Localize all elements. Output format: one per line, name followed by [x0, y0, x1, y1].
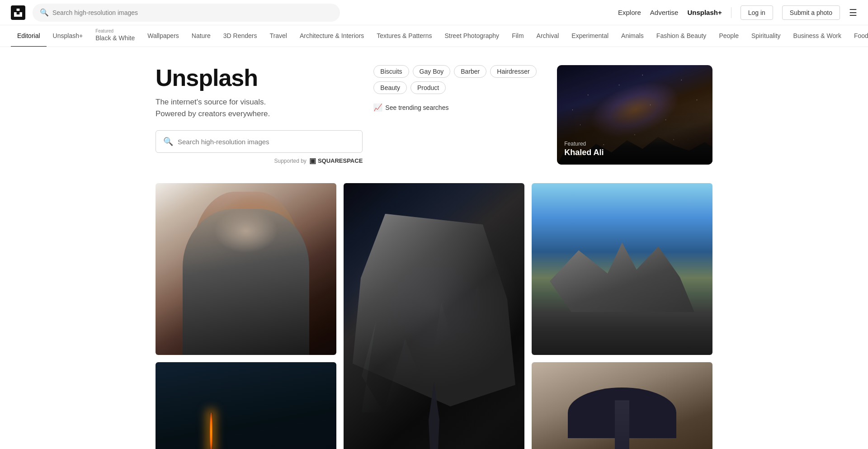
tab-featured-bw[interactable]: Featured Black & White: [89, 25, 141, 47]
unsplash-logo-svg: [14, 9, 22, 17]
header: 🔍 Explore Advertise Unsplash+ Log in Sub…: [0, 0, 868, 25]
tag-grid: Biscuits Gay Boy Barber Hairdresser Beau…: [373, 65, 546, 94]
photo-street-night[interactable]: [156, 362, 336, 449]
tab-food-drink[interactable]: Food & Drink: [848, 25, 868, 47]
tab-nature[interactable]: Nature: [185, 25, 217, 47]
featured-label: Featured: [95, 29, 113, 33]
tab-wallpapers[interactable]: Wallpapers: [141, 25, 185, 47]
tab-film[interactable]: Film: [505, 25, 530, 47]
tab-bw-label: Black & White: [95, 34, 135, 42]
tag-barber[interactable]: Barber: [454, 65, 486, 78]
photo-col-2: [344, 183, 524, 449]
supported-by-label: Supported by: [274, 158, 306, 164]
nav-tabs: Editorial Unsplash+ Featured Black & Whi…: [0, 25, 868, 47]
hero-search-input[interactable]: [178, 138, 355, 146]
tab-business-work[interactable]: Business & Work: [787, 25, 848, 47]
squarespace-icon: ▣: [309, 156, 316, 165]
explore-link[interactable]: Explore: [618, 9, 641, 16]
tab-editorial[interactable]: Editorial: [11, 25, 47, 47]
featured-name-text: Khaled Ali: [564, 148, 705, 157]
tab-street-photography[interactable]: Street Photography: [438, 25, 505, 47]
hero-right: Featured Khaled Ali: [557, 65, 712, 165]
photo-col-1: [156, 183, 336, 449]
tab-architecture-interiors[interactable]: Architecture & Interiors: [293, 25, 370, 47]
supported-by: Supported by ▣ SQUARESPACE: [156, 156, 363, 165]
header-nav: Explore Advertise Unsplash+ Log in Submi…: [618, 5, 857, 20]
tag-hairdresser[interactable]: Hairdresser: [490, 65, 536, 78]
hero-subtitle: The internet's source for visuals. Power…: [156, 96, 363, 119]
search-icon: 🔍: [40, 8, 49, 17]
hero-left: Unsplash The internet's source for visua…: [156, 65, 363, 165]
featured-card-label: Featured Khaled Ali: [557, 133, 712, 165]
featured-card[interactable]: Featured Khaled Ali: [557, 65, 712, 165]
header-search-input[interactable]: [52, 9, 333, 16]
unsplash-plus-link[interactable]: Unsplash+: [687, 9, 722, 16]
tag-biscuits[interactable]: Biscuits: [373, 65, 409, 78]
photo-grid: [145, 183, 723, 449]
tab-travel[interactable]: Travel: [264, 25, 293, 47]
trending-searches-link[interactable]: 📈 See trending searches: [373, 103, 546, 112]
featured-label-text: Featured: [564, 141, 705, 147]
tag-product[interactable]: Product: [410, 81, 446, 94]
tab-fashion-beauty[interactable]: Fashion & Beauty: [650, 25, 713, 47]
tab-3d-renders[interactable]: 3D Renders: [217, 25, 264, 47]
hero-section: Unsplash The internet's source for visua…: [145, 47, 723, 183]
tab-spirituality[interactable]: Spirituality: [745, 25, 787, 47]
login-button[interactable]: Log in: [741, 5, 773, 20]
photo-col-3: [532, 183, 712, 449]
hero-title: Unsplash: [156, 65, 363, 91]
tab-animals[interactable]: Animals: [615, 25, 650, 47]
tab-archival[interactable]: Archival: [530, 25, 566, 47]
tag-gay-boy[interactable]: Gay Boy: [413, 65, 451, 78]
hero-search-icon: 🔍: [163, 137, 173, 147]
hero-subtitle-line2: Powered by creators everywhere.: [156, 109, 270, 118]
squarespace-logo: ▣ SQUARESPACE: [309, 156, 363, 165]
hero-search-bar[interactable]: 🔍: [156, 130, 363, 153]
photo-aerial-snow[interactable]: [344, 183, 524, 449]
tab-experimental[interactable]: Experimental: [565, 25, 615, 47]
photo-umbrella-street[interactable]: [532, 362, 712, 449]
trending-label: See trending searches: [385, 104, 448, 111]
photo-portrait-woman[interactable]: [156, 183, 336, 355]
squarespace-label: SQUARESPACE: [318, 157, 363, 164]
photo-mountain-hut[interactable]: [532, 183, 712, 355]
nav-divider: [731, 7, 731, 18]
menu-icon[interactable]: ☰: [849, 7, 857, 18]
tab-unsplash-plus[interactable]: Unsplash+: [47, 25, 90, 47]
hero-middle: Biscuits Gay Boy Barber Hairdresser Beau…: [373, 65, 546, 112]
logo-icon[interactable]: [11, 5, 25, 20]
hero-subtitle-line1: The internet's source for visuals.: [156, 98, 266, 106]
advertise-link[interactable]: Advertise: [650, 9, 679, 16]
trending-icon: 📈: [373, 103, 382, 112]
tab-people[interactable]: People: [712, 25, 745, 47]
tab-textures-patterns[interactable]: Textures & Patterns: [370, 25, 438, 47]
submit-photo-button[interactable]: Submit a photo: [782, 5, 840, 20]
header-search-bar[interactable]: 🔍: [33, 4, 340, 22]
tag-beauty[interactable]: Beauty: [373, 81, 407, 94]
